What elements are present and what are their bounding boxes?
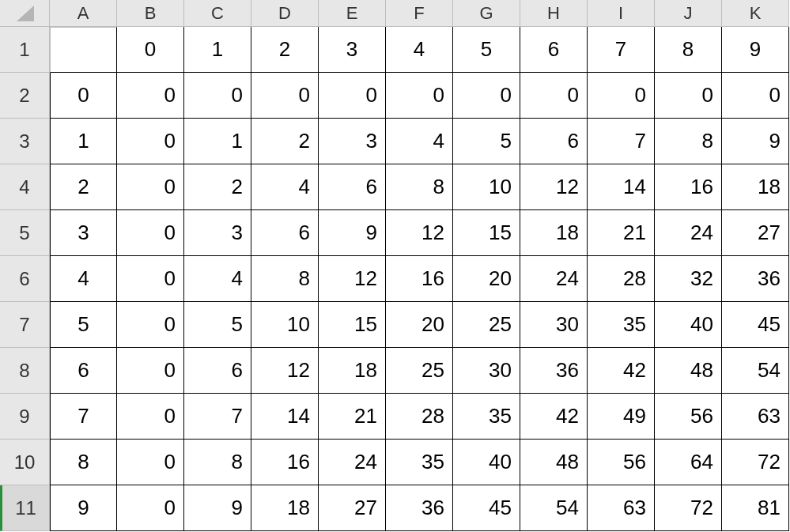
cell-B8[interactable]: 0 <box>117 348 184 394</box>
cell-E4[interactable]: 6 <box>319 164 386 210</box>
cell-F4[interactable]: 8 <box>386 164 453 210</box>
cell-B11[interactable]: 0 <box>117 485 184 531</box>
cell-F9[interactable]: 28 <box>386 394 453 440</box>
cell-H6[interactable]: 24 <box>520 256 588 302</box>
cell-J2[interactable]: 0 <box>655 73 722 119</box>
cell-E8[interactable]: 18 <box>319 348 386 394</box>
cell-A8[interactable]: 6 <box>50 348 117 394</box>
cell-J3[interactable]: 8 <box>655 119 722 164</box>
cell-B1[interactable]: 0 <box>117 27 184 73</box>
cell-A7[interactable]: 5 <box>50 302 117 348</box>
cell-K8[interactable]: 54 <box>722 348 789 394</box>
cell-G7[interactable]: 25 <box>453 302 520 348</box>
col-header-F[interactable]: F <box>386 0 453 27</box>
cell-D4[interactable]: 4 <box>251 164 319 210</box>
row-header-9[interactable]: 9 <box>0 394 50 440</box>
cell-I4[interactable]: 14 <box>588 164 655 210</box>
cell-J6[interactable]: 32 <box>655 256 722 302</box>
row-header-7[interactable]: 7 <box>0 302 50 348</box>
cell-H3[interactable]: 6 <box>520 119 588 164</box>
cell-G10[interactable]: 40 <box>453 440 520 485</box>
cell-B7[interactable]: 0 <box>117 302 184 348</box>
cell-D1[interactable]: 2 <box>251 27 319 73</box>
row-header-5[interactable]: 5 <box>0 210 50 256</box>
col-header-D[interactable]: D <box>251 0 319 27</box>
cell-J4[interactable]: 16 <box>655 164 722 210</box>
cell-H1[interactable]: 6 <box>520 27 588 73</box>
cell-E9[interactable]: 21 <box>319 394 386 440</box>
cell-I6[interactable]: 28 <box>588 256 655 302</box>
cell-F1[interactable]: 4 <box>386 27 453 73</box>
cell-A5[interactable]: 3 <box>50 210 117 256</box>
col-header-G[interactable]: G <box>453 0 520 27</box>
cell-F6[interactable]: 16 <box>386 256 453 302</box>
cell-I10[interactable]: 56 <box>588 440 655 485</box>
cell-G9[interactable]: 35 <box>453 394 520 440</box>
col-header-C[interactable]: C <box>184 0 251 27</box>
cell-J9[interactable]: 56 <box>655 394 722 440</box>
cell-D7[interactable]: 10 <box>251 302 319 348</box>
cell-H5[interactable]: 18 <box>520 210 588 256</box>
cell-H8[interactable]: 36 <box>520 348 588 394</box>
cell-G3[interactable]: 5 <box>453 119 520 164</box>
cell-I5[interactable]: 21 <box>588 210 655 256</box>
cell-K11[interactable]: 81 <box>722 485 789 531</box>
cell-G2[interactable]: 0 <box>453 73 520 119</box>
col-header-E[interactable]: E <box>319 0 386 27</box>
col-header-H[interactable]: H <box>520 0 588 27</box>
cell-F8[interactable]: 25 <box>386 348 453 394</box>
cell-A11[interactable]: 9 <box>50 485 117 531</box>
cell-D2[interactable]: 0 <box>251 73 319 119</box>
cell-D8[interactable]: 12 <box>251 348 319 394</box>
cell-B2[interactable]: 0 <box>117 73 184 119</box>
cell-H4[interactable]: 12 <box>520 164 588 210</box>
cell-C11[interactable]: 9 <box>184 485 251 531</box>
cell-I9[interactable]: 49 <box>588 394 655 440</box>
cell-J10[interactable]: 64 <box>655 440 722 485</box>
cell-C8[interactable]: 6 <box>184 348 251 394</box>
cell-A6[interactable]: 4 <box>50 256 117 302</box>
cell-C3[interactable]: 1 <box>184 119 251 164</box>
cell-E5[interactable]: 9 <box>319 210 386 256</box>
cell-G1[interactable]: 5 <box>453 27 520 73</box>
spreadsheet-grid[interactable]: A B C D E F G H I J K 1 0 1 2 3 4 5 6 7 … <box>0 0 790 532</box>
cell-B4[interactable]: 0 <box>117 164 184 210</box>
cell-G5[interactable]: 15 <box>453 210 520 256</box>
cell-H11[interactable]: 54 <box>520 485 588 531</box>
cell-K5[interactable]: 27 <box>722 210 789 256</box>
cell-B10[interactable]: 0 <box>117 440 184 485</box>
cell-I7[interactable]: 35 <box>588 302 655 348</box>
cell-C2[interactable]: 0 <box>184 73 251 119</box>
row-header-6[interactable]: 6 <box>0 256 50 302</box>
cell-K9[interactable]: 63 <box>722 394 789 440</box>
cell-D6[interactable]: 8 <box>251 256 319 302</box>
cell-J7[interactable]: 40 <box>655 302 722 348</box>
cell-F5[interactable]: 12 <box>386 210 453 256</box>
cell-K4[interactable]: 18 <box>722 164 789 210</box>
row-header-11[interactable]: 11 <box>0 485 50 531</box>
cell-J1[interactable]: 8 <box>655 27 722 73</box>
cell-F10[interactable]: 35 <box>386 440 453 485</box>
cell-E1[interactable]: 3 <box>319 27 386 73</box>
cell-I8[interactable]: 42 <box>588 348 655 394</box>
cell-I3[interactable]: 7 <box>588 119 655 164</box>
cell-G8[interactable]: 30 <box>453 348 520 394</box>
row-header-10[interactable]: 10 <box>0 440 50 485</box>
cell-D10[interactable]: 16 <box>251 440 319 485</box>
col-header-I[interactable]: I <box>588 0 655 27</box>
cell-E2[interactable]: 0 <box>319 73 386 119</box>
cell-H10[interactable]: 48 <box>520 440 588 485</box>
cell-D9[interactable]: 14 <box>251 394 319 440</box>
row-header-2[interactable]: 2 <box>0 73 50 119</box>
cell-I11[interactable]: 63 <box>588 485 655 531</box>
row-header-4[interactable]: 4 <box>0 164 50 210</box>
cell-J11[interactable]: 72 <box>655 485 722 531</box>
col-header-J[interactable]: J <box>655 0 722 27</box>
cell-K3[interactable]: 9 <box>722 119 789 164</box>
cell-E10[interactable]: 24 <box>319 440 386 485</box>
cell-I2[interactable]: 0 <box>588 73 655 119</box>
cell-C6[interactable]: 4 <box>184 256 251 302</box>
select-all-corner[interactable] <box>0 0 50 27</box>
cell-G11[interactable]: 45 <box>453 485 520 531</box>
cell-F3[interactable]: 4 <box>386 119 453 164</box>
